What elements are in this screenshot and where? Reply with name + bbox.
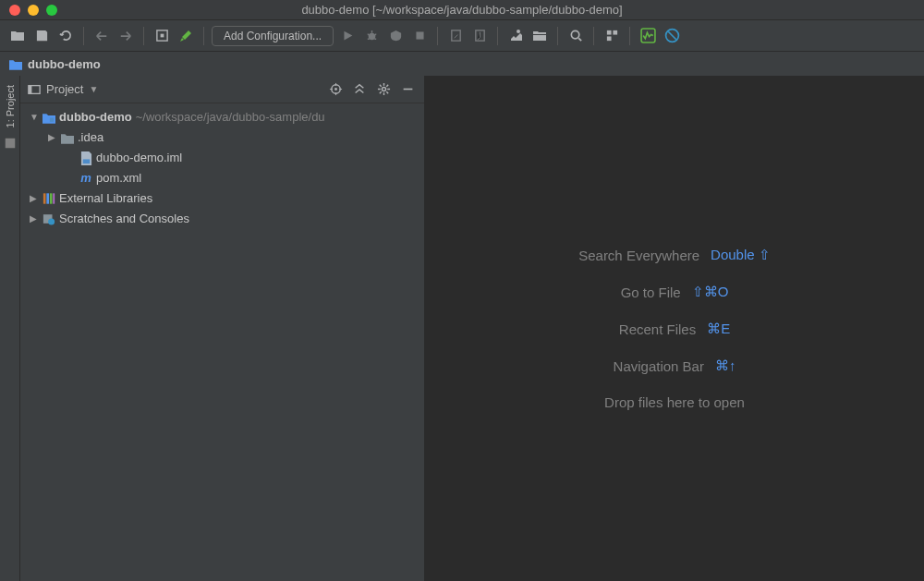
project-panel-header: Project ▼ xyxy=(20,76,424,103)
tree-node-external-libs[interactable]: ▶ External Libraries xyxy=(20,188,424,209)
module-icon xyxy=(9,57,22,70)
hint-label: Recent Files xyxy=(619,321,696,337)
tree-root-path: ~/workspace/java/dubbo-sample/du xyxy=(136,107,325,127)
stop-icon[interactable] xyxy=(409,26,430,46)
hint-drop-files: Drop files here to open xyxy=(604,394,745,410)
select-target-icon[interactable] xyxy=(152,26,172,46)
toolbar-separator xyxy=(143,27,144,45)
hint-label: Search Everywhere xyxy=(578,248,699,263)
locate-icon[interactable] xyxy=(326,80,345,99)
hint-search-everywhere: Search Everywhere Double ⇧ xyxy=(578,247,771,263)
chevron-down-icon[interactable]: ▼ xyxy=(89,84,98,94)
refresh-icon[interactable] xyxy=(55,26,76,46)
panel-title[interactable]: Project xyxy=(46,82,83,96)
back-icon[interactable] xyxy=(91,26,112,46)
window-titlebar: dubbo-demo [~/workspace/java/dubbo-sampl… xyxy=(0,0,924,20)
gear-icon[interactable] xyxy=(374,80,393,99)
hint-recent-files: Recent Files ⌘E xyxy=(619,321,730,337)
svg-rect-8 xyxy=(613,30,617,35)
activity-icon[interactable] xyxy=(638,26,658,46)
vcs-icon[interactable] xyxy=(602,26,622,46)
stop-indexing-icon[interactable] xyxy=(662,26,682,46)
toolbar-separator xyxy=(557,27,558,45)
run-icon[interactable] xyxy=(337,26,358,46)
project-panel: Project ▼ ▼ dubbo-demo ~ xyxy=(20,76,425,581)
svg-rect-18 xyxy=(50,117,54,121)
save-icon[interactable] xyxy=(31,26,52,46)
tree-node-label: External Libraries xyxy=(59,188,152,209)
main-area: 1: Project Project ▼ xyxy=(0,76,924,581)
tree-node-iml[interactable]: dubbo-demo.iml xyxy=(20,148,424,168)
hint-navigation-bar: Navigation Bar ⌘↑ xyxy=(614,357,736,374)
editor-empty-state[interactable]: Search Everywhere Double ⇧ Go to File ⇧⌘… xyxy=(425,76,924,581)
svg-rect-3 xyxy=(416,31,423,39)
open-icon[interactable] xyxy=(7,26,28,46)
toolbar-separator xyxy=(497,27,498,45)
toolbar-separator xyxy=(203,27,204,45)
libraries-icon xyxy=(43,192,55,205)
build-icon[interactable] xyxy=(176,26,196,46)
window-controls xyxy=(0,5,57,16)
svg-rect-9 xyxy=(606,36,611,41)
debug-icon[interactable] xyxy=(361,26,382,46)
tree-node-label: pom.xml xyxy=(96,168,141,188)
svg-point-17 xyxy=(382,87,385,91)
scratches-icon xyxy=(43,212,55,225)
svg-rect-12 xyxy=(5,139,15,149)
minimize-window-button[interactable] xyxy=(28,5,39,16)
window-title: dubbo-demo [~/workspace/java/dubbo-sampl… xyxy=(301,3,622,17)
hint-shortcut: ⌘↑ xyxy=(715,357,736,374)
close-window-button[interactable] xyxy=(9,5,20,16)
svg-point-25 xyxy=(48,219,55,225)
project-tool-tab[interactable]: 1: Project xyxy=(5,81,16,131)
maximize-window-button[interactable] xyxy=(46,5,57,16)
hint-shortcut: ⌘E xyxy=(707,321,730,337)
svg-rect-20 xyxy=(43,193,46,203)
hide-panel-icon[interactable] xyxy=(398,80,417,99)
chevron-right-icon[interactable]: ▶ xyxy=(48,127,57,148)
tree-node-label: Scratches and Consoles xyxy=(59,209,189,229)
main-toolbar: Add Configuration... xyxy=(0,20,924,52)
chevron-right-icon[interactable]: ▶ xyxy=(30,209,39,229)
left-tool-strip: 1: Project xyxy=(0,76,20,581)
tree-node-pom[interactable]: m pom.xml xyxy=(20,168,424,188)
breadcrumb[interactable]: dubbo-demo xyxy=(0,52,924,76)
coverage-icon[interactable] xyxy=(385,26,406,46)
tree-root[interactable]: ▼ dubbo-demo ~/workspace/java/dubbo-samp… xyxy=(20,107,424,127)
maven-file-icon: m xyxy=(79,172,92,185)
attach-icon[interactable] xyxy=(445,26,466,46)
svg-rect-22 xyxy=(50,193,53,203)
svg-rect-4 xyxy=(451,30,459,41)
structure-tool-icon[interactable] xyxy=(4,137,17,152)
toolbar-separator xyxy=(437,27,438,45)
chevron-down-icon[interactable]: ▼ xyxy=(30,107,39,127)
svg-rect-19 xyxy=(82,159,89,163)
chevron-right-icon[interactable]: ▶ xyxy=(30,188,39,209)
svg-rect-1 xyxy=(160,34,164,38)
breadcrumb-project: dubbo-demo xyxy=(28,57,101,71)
forward-icon[interactable] xyxy=(116,26,136,46)
toolbar-separator xyxy=(629,27,630,45)
tree-node-label: dubbo-demo.iml xyxy=(96,148,182,168)
svg-rect-23 xyxy=(53,193,55,203)
svg-rect-14 xyxy=(29,85,32,93)
hint-label: Navigation Bar xyxy=(614,358,704,374)
module-icon xyxy=(43,111,55,124)
search-icon[interactable] xyxy=(565,26,586,46)
toolbar-separator xyxy=(83,27,84,45)
profile-icon[interactable] xyxy=(469,26,490,46)
tree-node-idea[interactable]: ▶ .idea xyxy=(20,127,424,148)
svg-point-6 xyxy=(571,30,578,38)
hint-label: Drop files here to open xyxy=(604,394,745,410)
hint-goto-file: Go to File ⇧⌘O xyxy=(621,284,729,300)
run-config-dropdown[interactable]: Add Configuration... xyxy=(212,26,334,46)
hint-label: Go to File xyxy=(621,284,681,300)
expand-all-icon[interactable] xyxy=(350,80,369,99)
tree-node-scratches[interactable]: ▶ Scratches and Consoles xyxy=(20,209,424,229)
hint-shortcut: ⇧⌘O xyxy=(692,284,729,300)
project-tree[interactable]: ▼ dubbo-demo ~/workspace/java/dubbo-samp… xyxy=(20,103,424,233)
project-view-icon xyxy=(28,83,41,96)
settings-icon[interactable] xyxy=(505,26,526,46)
tree-root-label: dubbo-demo xyxy=(59,107,132,127)
structure-icon[interactable] xyxy=(529,26,550,46)
